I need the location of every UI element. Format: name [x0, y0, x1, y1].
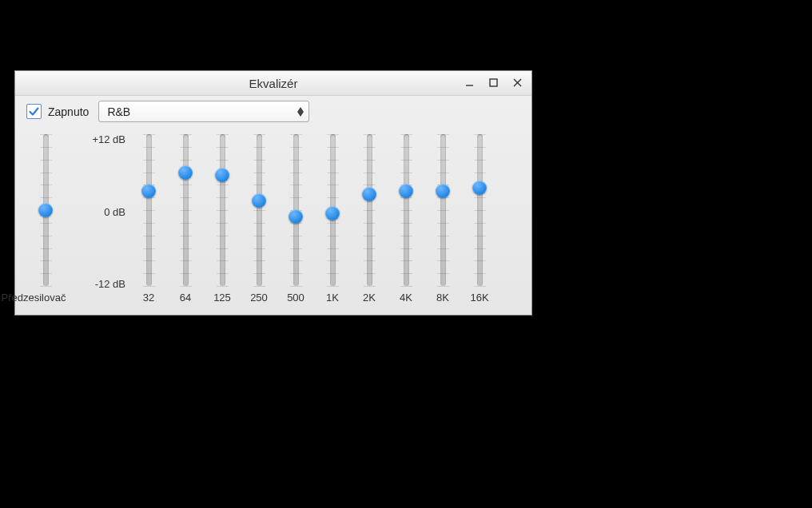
callout-line [319, 332, 320, 403]
equalizer-window: Ekvalizér Zapnuto R&B [14, 70, 532, 316]
slider-thumb[interactable] [362, 187, 376, 201]
preamp-label: Předzesilovač [0, 292, 78, 304]
slider-thumb[interactable] [215, 168, 229, 182]
band-label: 500 [287, 292, 304, 304]
eq-band-4K: 4K [388, 132, 424, 304]
band-label: 8K [436, 292, 449, 304]
band-label: 1K [326, 292, 339, 304]
titlebar: Ekvalizér [15, 71, 531, 96]
band-slider-8K[interactable] [428, 132, 458, 288]
scale-top: +12 dB [70, 133, 125, 145]
eq-band-64: 64 [167, 132, 204, 304]
slider-track [440, 134, 446, 286]
preset-dropdown[interactable]: R&B [98, 101, 309, 122]
svg-rect-1 [490, 79, 497, 86]
preset-selected-label: R&B [107, 105, 130, 118]
eq-band-16K: 16K [461, 132, 498, 304]
slider-thumb[interactable] [325, 206, 340, 220]
callout-line [45, 332, 46, 403]
equalizer-area: Předzesilovač +12 dB 0 dB -12 dB 3264125… [15, 125, 531, 315]
slider-thumb[interactable] [472, 181, 487, 195]
band-slider-250[interactable] [244, 132, 274, 288]
eq-bands: 32641252505001K2K4K8K16K [130, 132, 522, 304]
band-slider-32[interactable] [133, 132, 164, 288]
band-label: 250 [250, 292, 268, 304]
callout-line [142, 324, 144, 337]
eq-band-1K: 1K [314, 132, 351, 304]
slider-track [477, 134, 483, 286]
slider-thumb[interactable] [141, 184, 156, 198]
band-slider-2K[interactable] [354, 132, 384, 288]
eq-band-32: 32 [130, 132, 167, 304]
checkmark-icon [29, 106, 39, 117]
minimize-button[interactable] [458, 73, 480, 92]
eq-band-125: 125 [204, 132, 241, 304]
window-title: Ekvalizér [249, 77, 298, 90]
slider-thumb[interactable] [399, 184, 413, 198]
maximize-button[interactable] [482, 73, 504, 92]
slider-track [146, 134, 152, 286]
minimize-icon [465, 78, 474, 87]
on-checkbox[interactable] [26, 104, 42, 119]
slider-thumb[interactable] [436, 184, 450, 198]
band-label: 32 [143, 292, 154, 304]
band-label: 2K [363, 292, 376, 304]
slider-track [404, 134, 409, 286]
slider-track [220, 134, 225, 286]
band-slider-1K[interactable] [317, 132, 348, 288]
close-button[interactable] [506, 73, 528, 92]
up-down-arrows-icon [297, 107, 304, 117]
band-label: 16K [470, 292, 488, 304]
slider-track [183, 134, 189, 286]
scale-mid: 0 dB [70, 206, 125, 218]
slider-track [367, 134, 372, 286]
band-slider-16K[interactable] [464, 132, 495, 288]
band-slider-4K[interactable] [391, 132, 421, 288]
close-icon [513, 78, 522, 87]
window-controls [458, 73, 528, 92]
eq-band-8K: 8K [424, 132, 461, 304]
on-checkbox-label: Zapnuto [48, 105, 89, 118]
maximize-icon [489, 78, 498, 87]
callout-line [142, 335, 502, 337]
eq-band-2K: 2K [351, 132, 388, 304]
preamp-column: Předzesilovač [26, 132, 65, 304]
eq-band-250: 250 [241, 132, 277, 304]
band-label: 4K [400, 292, 412, 304]
band-slider-500[interactable] [281, 132, 311, 288]
db-scale: +12 dB 0 dB -12 dB [70, 132, 125, 292]
toolbar: Zapnuto R&B [15, 96, 531, 125]
band-label: 64 [180, 292, 191, 304]
band-label: 125 [213, 292, 231, 304]
slider-thumb[interactable] [252, 193, 266, 208]
slider-thumb[interactable] [178, 165, 193, 180]
callout-line [501, 324, 503, 337]
band-slider-64[interactable] [170, 132, 201, 288]
eq-band-500: 500 [277, 132, 314, 304]
preamp-slider[interactable] [30, 132, 61, 288]
slider-thumb[interactable] [289, 209, 303, 224]
scale-bottom: -12 dB [70, 278, 125, 290]
slider-track [257, 134, 262, 286]
slider-thumb[interactable] [38, 203, 53, 217]
band-slider-125[interactable] [207, 132, 237, 288]
